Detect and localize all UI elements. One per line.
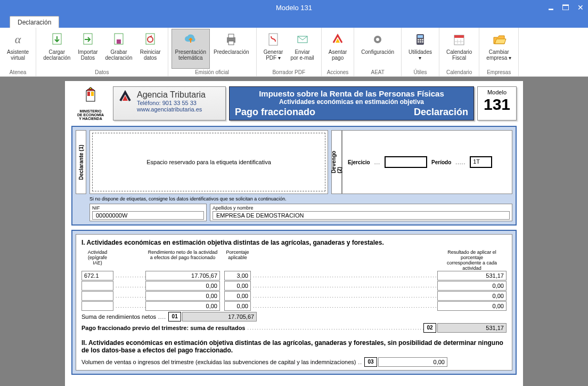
nif-field[interactable]: NIF 00000000W xyxy=(89,204,207,221)
porcentaje-cell[interactable]: 0,00 xyxy=(224,301,251,311)
calculator-icon xyxy=(412,31,429,48)
generar-pdf-button[interactable]: Generar PDF ▾ xyxy=(260,29,287,69)
svg-point-29 xyxy=(89,87,92,90)
declarante-side-label: Declarante (1) xyxy=(76,130,86,194)
utilidades-button[interactable]: Utilidades ▾ xyxy=(405,29,436,69)
box-02: 02 xyxy=(423,323,436,333)
gear-icon xyxy=(369,31,386,48)
maximize-button[interactable]: 🗖 xyxy=(558,0,573,15)
titlebar: Modelo 131 🗕 🗖 ✕ xyxy=(0,0,588,15)
coat-of-arms-icon xyxy=(71,86,110,108)
porcentaje-cell[interactable]: 0,00 xyxy=(224,291,251,301)
activity-row: .....................0,000,00...........… xyxy=(81,291,507,301)
predeclaracion-button[interactable]: Predeclaración xyxy=(210,29,253,69)
svg-rect-27 xyxy=(87,92,90,96)
save-doc-icon xyxy=(110,31,127,48)
volumen-val[interactable]: 0,00 xyxy=(378,357,447,367)
svg-rect-19 xyxy=(420,41,421,43)
rendimiento-cell[interactable]: 0,00 xyxy=(145,281,220,291)
ribbon: α Asistente virtual Atenea Cargar declar… xyxy=(0,28,588,77)
blue-header: Impuesto sobre la Renta de las Personas … xyxy=(229,86,474,120)
svg-rect-16 xyxy=(420,39,421,41)
actividad-cell[interactable]: 672.1 xyxy=(81,271,113,280)
resultado-cell[interactable]: 531,17 xyxy=(437,271,507,280)
rendimiento-cell[interactable]: 0,00 xyxy=(145,291,220,301)
actividad-cell[interactable] xyxy=(81,301,113,311)
asentar-pago-button[interactable]: Asentar pago xyxy=(325,29,350,69)
resultado-cell[interactable]: 0,00 xyxy=(437,301,507,311)
calendario-fiscal-button[interactable]: Calendario Fiscal xyxy=(443,29,476,69)
importar-datos-button[interactable]: Importar Datos xyxy=(74,29,101,69)
enviar-email-button[interactable]: Enviar por e-mail xyxy=(287,29,317,69)
resultado-cell[interactable]: 0,00 xyxy=(437,291,507,301)
box-01: 01 xyxy=(168,312,181,321)
asistente-virtual-button[interactable]: α Asistente virtual xyxy=(3,29,32,69)
svg-rect-3 xyxy=(117,39,121,44)
load-doc-icon xyxy=(48,31,66,48)
reset-icon xyxy=(142,31,159,48)
window-title: Modelo 131 xyxy=(276,4,312,12)
etiqueta-note: Si no dispone de etiquetas, consigne los… xyxy=(89,196,512,202)
svg-rect-17 xyxy=(422,39,423,41)
cambiar-empresa-button[interactable]: Cambiar empresa ▾ xyxy=(483,29,515,69)
porcentaje-cell[interactable]: 0,00 xyxy=(224,281,251,291)
activity-row: .....................0,000,00...........… xyxy=(81,301,507,311)
activity-row: .....................0,000,00...........… xyxy=(81,281,507,291)
workspace[interactable]: MINISTERIO DE ECONOMÍA Y HACIENDA Agenci… xyxy=(0,77,588,386)
folder-open-icon xyxy=(491,31,508,48)
grabar-declaracion-button[interactable]: Grabar declaración xyxy=(102,29,136,69)
configuracion-button[interactable]: Configuración xyxy=(357,29,398,69)
pago-fraccionado-val: 531,17 xyxy=(437,323,507,333)
section2-title: II. Actividades económicas en estimación… xyxy=(81,339,507,354)
tabstrip: Declaración xyxy=(0,15,588,28)
svg-rect-22 xyxy=(454,35,464,38)
model-box: Modelo 131 xyxy=(477,86,517,120)
periodo-input[interactable]: 1T xyxy=(470,156,492,168)
devengo-box: Ejercicio... Período..... 1T xyxy=(342,130,512,194)
minimize-button[interactable]: 🗕 xyxy=(543,0,558,15)
form-page: MINISTERIO DE ECONOMÍA Y HACIENDA Agenci… xyxy=(65,81,523,386)
porcentaje-cell[interactable]: 3,00 xyxy=(224,271,251,280)
email-icon xyxy=(294,31,311,48)
etiqueta-box: Espacio reservado para la etiqueta ident… xyxy=(89,130,328,194)
rendimiento-cell[interactable]: 17.705,67 xyxy=(145,271,220,280)
import-icon xyxy=(79,31,96,48)
agencia-banner: Agencia Tributaria Teléfono: 901 33 55 3… xyxy=(113,86,226,120)
close-button[interactable]: ✕ xyxy=(573,0,588,15)
pdf-icon xyxy=(265,31,282,48)
cargar-declaracion-button[interactable]: Cargar declaración xyxy=(39,29,74,69)
suma-rendimientos: 17.705,67 xyxy=(182,312,257,321)
box-03: 03 xyxy=(364,357,377,367)
section1-title: I. Actividades económicas en estimación … xyxy=(81,239,507,246)
svg-rect-8 xyxy=(228,41,234,45)
svg-rect-7 xyxy=(228,34,234,38)
agencia-logo-icon xyxy=(119,90,132,103)
reiniciar-datos-button[interactable]: Reiniciar datos xyxy=(136,29,165,69)
nombre-field[interactable]: Apellidos y nombre EMPRESA DE DEMOSTRACI… xyxy=(210,204,512,221)
svg-point-12 xyxy=(376,38,379,41)
svg-rect-14 xyxy=(418,35,423,38)
ministry-crest: MINISTERIO DE ECONOMÍA Y HACIENDA xyxy=(71,86,110,120)
actividad-cell[interactable] xyxy=(81,291,113,301)
actividad-cell[interactable] xyxy=(81,281,113,291)
svg-rect-18 xyxy=(418,41,419,43)
svg-rect-15 xyxy=(418,39,419,41)
alpha-icon: α xyxy=(10,31,27,48)
ejercicio-input[interactable] xyxy=(385,156,427,168)
rendimiento-cell[interactable]: 0,00 xyxy=(145,301,220,311)
cloud-upload-icon xyxy=(182,31,199,48)
devengo-side-label: Devengo (2) xyxy=(331,130,342,194)
svg-rect-28 xyxy=(91,92,94,96)
calendar-icon xyxy=(451,31,468,48)
presentacion-telematica-button[interactable]: Presentación telemática xyxy=(172,29,210,69)
activity-row: 672.1.....................17.705,673,00.… xyxy=(81,271,507,280)
printer-icon xyxy=(223,31,240,48)
svg-rect-20 xyxy=(422,41,423,43)
resultado-cell[interactable]: 0,00 xyxy=(437,281,507,291)
aeat-logo-icon xyxy=(329,31,346,48)
tab-declaracion[interactable]: Declaración xyxy=(10,16,59,28)
